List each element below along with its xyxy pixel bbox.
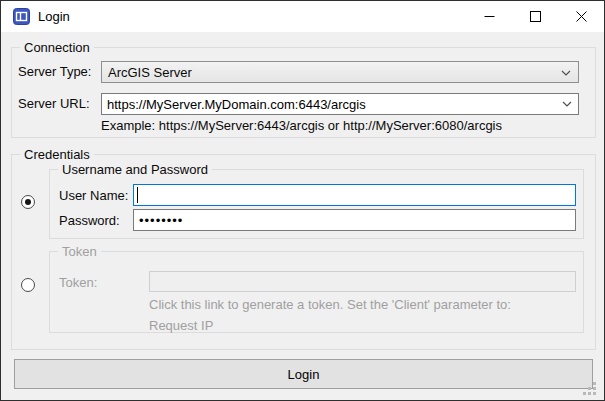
close-button[interactable] xyxy=(558,1,604,32)
server-type-select[interactable]: ArcGIS Server xyxy=(101,61,579,83)
close-icon xyxy=(576,11,587,22)
login-button-label: Login xyxy=(288,367,320,382)
token-field-wrap xyxy=(149,271,576,292)
token-radio[interactable] xyxy=(21,278,35,292)
token-group: Token xyxy=(49,251,584,333)
password-field-wrap xyxy=(133,209,576,231)
server-url-input[interactable] xyxy=(101,93,579,115)
token-label: Token: xyxy=(59,275,97,290)
password-label: Password: xyxy=(59,213,120,228)
token-legend: Token xyxy=(58,244,101,259)
credentials-legend: Credentials xyxy=(20,147,94,162)
maximize-icon xyxy=(530,11,541,22)
token-hint-text: Click this link to generate a token. Set… xyxy=(149,297,511,312)
login-button[interactable]: Login xyxy=(14,359,593,389)
minimize-button[interactable] xyxy=(466,1,512,32)
chevron-down-icon xyxy=(561,70,571,77)
username-password-legend: Username and Password xyxy=(58,162,212,177)
request-ip-link: Request IP xyxy=(149,318,213,333)
titlebar[interactable]: Login xyxy=(1,1,604,32)
username-label: User Name: xyxy=(59,188,128,203)
password-input[interactable] xyxy=(133,209,576,231)
resize-grip[interactable] xyxy=(582,381,596,395)
token-input xyxy=(149,271,576,292)
username-input[interactable] xyxy=(133,184,576,206)
minimize-icon xyxy=(484,11,495,22)
connection-legend: Connection xyxy=(20,40,94,55)
app-window-icon xyxy=(13,8,30,25)
server-url-combobox xyxy=(101,93,579,115)
text-caret xyxy=(137,187,138,203)
server-type-value: ArcGIS Server xyxy=(108,65,192,80)
server-type-label: Server Type: xyxy=(18,64,91,79)
radio-dot xyxy=(25,199,31,205)
username-password-radio[interactable] xyxy=(21,195,35,209)
maximize-button[interactable] xyxy=(512,1,558,32)
server-url-label: Server URL: xyxy=(18,96,90,111)
login-dialog: Login Connection Server Type: ArcGIS Ser… xyxy=(0,0,605,401)
username-field-wrap xyxy=(133,184,576,206)
server-url-example-text: Example: https://MyServer:6443/arcgis or… xyxy=(101,118,502,133)
window-title: Login xyxy=(38,9,70,24)
